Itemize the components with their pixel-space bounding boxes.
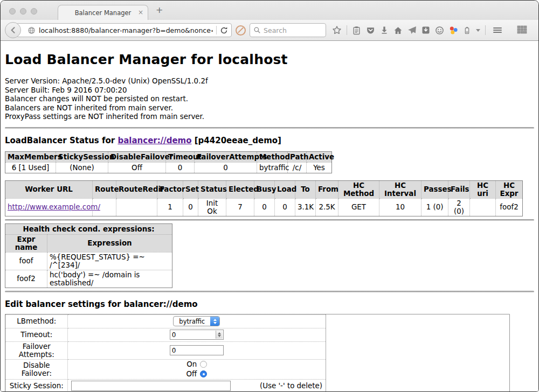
lbmethod-label: LBmethod: bbox=[6, 314, 68, 328]
cell-busy: 0 bbox=[254, 198, 275, 216]
server-info: Server Version: Apache/2.5.0-dev (Unix) … bbox=[5, 77, 534, 122]
radio-off[interactable] bbox=[200, 370, 207, 377]
reload-icon[interactable] bbox=[220, 26, 228, 34]
status-heading-prefix: LoadBalancer Status for bbox=[5, 136, 118, 145]
balancer-settings-form: LBmethod: bytraffic Timeout: 0 bbox=[5, 314, 510, 392]
search-bar[interactable]: Search bbox=[250, 23, 326, 37]
select-stepper-icon bbox=[210, 316, 219, 326]
col-load: Load bbox=[275, 180, 295, 198]
timeout-label: Timeout: bbox=[6, 328, 68, 341]
tab-close-icon[interactable]: × bbox=[138, 9, 143, 16]
col-expression: Expression bbox=[47, 234, 172, 252]
search-icon bbox=[253, 26, 261, 34]
cell-from: 2.5K bbox=[316, 198, 338, 216]
health-row-foof: foof %{REQUEST_STATUS} =~ /^[234]/ bbox=[5, 252, 172, 270]
url-text[interactable]: localhost:8880/balancer-manager?b=demo&n… bbox=[39, 26, 213, 34]
cell-failoverattempts: 0 bbox=[195, 162, 257, 173]
col-stickysession: StickySession bbox=[56, 151, 108, 162]
col-worker-url: Worker URL bbox=[5, 180, 93, 198]
timeout-row: Timeout: 0 bbox=[6, 328, 326, 341]
settings-table: LBmethod: bytraffic Timeout: 0 bbox=[5, 314, 326, 392]
health-row-foof2: foof2 hc('body') =~ /domain is establish… bbox=[5, 270, 172, 288]
color-dots-extension-icon[interactable] bbox=[449, 26, 458, 35]
cell-active: Yes bbox=[307, 162, 332, 173]
back-button[interactable] bbox=[5, 22, 21, 38]
back-arrow-icon bbox=[9, 26, 17, 34]
timeout-input[interactable]: 0 bbox=[170, 330, 224, 340]
browser-window: Balancer Manager × + localhost:8880/bala… bbox=[0, 0, 539, 392]
extension-download-icon[interactable] bbox=[421, 26, 430, 34]
cell-fails: 2 (0) bbox=[448, 198, 470, 216]
cell-expr-name: foof2 bbox=[5, 270, 47, 288]
lbmethod-select[interactable]: bytraffic bbox=[173, 316, 220, 326]
window-controls[interactable] bbox=[9, 8, 37, 15]
url-bar[interactable]: localhost:8880/balancer-manager?b=demo&n… bbox=[16, 23, 232, 37]
toolbar-separator-2 bbox=[485, 25, 486, 35]
worker-url-link[interactable]: http://www.example.com/ bbox=[8, 203, 100, 211]
cell-factor: 1 bbox=[157, 198, 183, 216]
balancer-demo-link[interactable]: balancer://demo bbox=[118, 136, 191, 145]
content-blocker-icon[interactable] bbox=[236, 25, 246, 36]
minimize-window-button[interactable] bbox=[20, 8, 26, 15]
col-passes: Passes bbox=[421, 180, 448, 198]
cell-passes: 1 (0) bbox=[421, 198, 448, 216]
balancer-status-table: MaxMembers StickySession DisableFailover… bbox=[5, 151, 332, 173]
failover-attempts-label: Failover Attempts: bbox=[6, 341, 68, 359]
cell-set: 0 bbox=[183, 198, 198, 216]
smiley-icon[interactable] bbox=[435, 26, 444, 35]
col-disablefailover: DisableFailover bbox=[108, 151, 166, 162]
number-spinner-icon[interactable] bbox=[216, 331, 223, 339]
cell-status: Init Ok bbox=[198, 198, 226, 216]
cell-timeout: 0 bbox=[166, 162, 195, 173]
pocket-icon[interactable] bbox=[366, 26, 375, 35]
col-maxmembers: MaxMembers bbox=[5, 151, 56, 162]
tab-balancer-manager[interactable]: Balancer Manager × bbox=[58, 5, 148, 20]
divider bbox=[5, 127, 534, 129]
col-expr-name: Expr name bbox=[5, 234, 47, 252]
inherit-note-line: Balancers are NOT inherited from main se… bbox=[5, 104, 534, 113]
col-routeredir: RouteRedir bbox=[116, 180, 157, 198]
col-route: Route bbox=[93, 180, 116, 198]
overflow-caret-icon[interactable] bbox=[476, 29, 480, 32]
lbmethod-selected-value: bytraffic bbox=[174, 318, 210, 325]
balancer-header-row: MaxMembers StickySession DisableFailover… bbox=[5, 151, 332, 162]
col-hc-interval: HC Interval bbox=[379, 180, 421, 198]
cell-hc-uri bbox=[470, 198, 496, 216]
sticky-session-label: Sticky Session: bbox=[6, 379, 68, 392]
menu-hamburger-icon[interactable] bbox=[492, 26, 503, 34]
grid-extension-icon[interactable] bbox=[516, 25, 528, 36]
cell-disablefailover: Off bbox=[108, 162, 166, 173]
cell-path: /c/ bbox=[288, 162, 307, 173]
downloads-icon[interactable] bbox=[380, 26, 389, 34]
col-timeout: Timeout bbox=[166, 151, 195, 162]
send-plane-icon[interactable] bbox=[407, 26, 417, 35]
home-icon[interactable] bbox=[393, 26, 403, 35]
health-table-title: Health check cond. expressions: bbox=[5, 223, 172, 234]
new-tab-button[interactable]: + bbox=[156, 6, 163, 15]
reading-list-icon[interactable] bbox=[352, 26, 361, 35]
server-built-line: Server Built: Feb 9 2016 07:00:20 bbox=[5, 86, 534, 95]
failover-attempts-input[interactable]: 0 bbox=[170, 345, 224, 355]
radio-on[interactable] bbox=[200, 361, 207, 368]
cell-expression: hc('body') =~ /domain is established/ bbox=[47, 270, 172, 288]
cell-routeredir bbox=[116, 198, 157, 216]
zoom-window-button[interactable] bbox=[31, 8, 37, 15]
close-window-button[interactable] bbox=[9, 8, 16, 15]
cell-load: 0 bbox=[275, 198, 295, 216]
balancer-data-row: 6 [1 Used] (None) Off 0 0 bytraffic /c/ … bbox=[5, 162, 332, 173]
col-method: Method bbox=[257, 151, 288, 162]
col-hc-method: HC Method bbox=[338, 180, 379, 198]
cell-hc-expr: foof2 bbox=[496, 198, 523, 216]
col-factor: Factor bbox=[157, 180, 183, 198]
col-failoverattempts: FailoverAttempts bbox=[195, 151, 257, 162]
battery-icon[interactable] bbox=[463, 26, 471, 35]
disable-failover-radios: On Off bbox=[186, 360, 207, 378]
bookmark-star-icon[interactable] bbox=[332, 25, 342, 35]
sticky-session-input[interactable] bbox=[71, 381, 231, 391]
divider bbox=[5, 219, 534, 221]
status-heading-suffix: [p4420eeae_demo] bbox=[192, 136, 281, 145]
cell-expression: %{REQUEST_STATUS} =~ /^[234]/ bbox=[47, 252, 172, 270]
col-hc-expr: HC Expr bbox=[496, 180, 523, 198]
lbmethod-row: LBmethod: bytraffic bbox=[6, 314, 326, 328]
divider bbox=[5, 291, 534, 292]
